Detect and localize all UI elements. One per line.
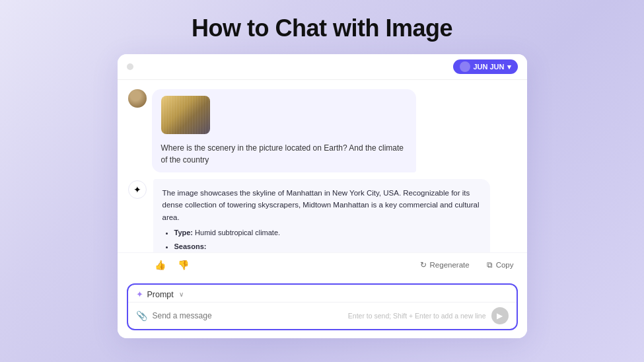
header-control-dot (127, 63, 133, 70)
climate-value: Humid subtropical climate. (195, 229, 280, 236)
regenerate-label: Regenerate (430, 261, 470, 269)
prompt-label: Prompt (147, 290, 174, 299)
climate-label: Type: (174, 229, 194, 236)
thumbs-down-button[interactable]: 👎 (175, 258, 192, 272)
header-right: JUN JUN ▾ (453, 59, 517, 74)
input-top-row: ✦ Prompt ∨ (128, 285, 517, 303)
badge-chevron-icon: ▾ (507, 63, 511, 71)
thumbs-up-icon: 👍 (155, 260, 166, 270)
ai-message-text: The image showcases the skyline of Manha… (162, 187, 481, 252)
user-avatar-image (128, 89, 147, 108)
user-message-text: Where is the scenery in the picture loca… (161, 142, 407, 166)
regenerate-button[interactable]: ↻ Regenerate (416, 258, 474, 272)
feedback-actions: 👍 👎 (152, 258, 192, 272)
user-badge[interactable]: JUN JUN ▾ (453, 59, 517, 74)
ai-avatar: ✦ (128, 180, 147, 199)
ai-message-row: ✦ The image showcases the skyline of Man… (128, 179, 517, 252)
chat-header: JUN JUN ▾ (118, 54, 527, 80)
ai-avatar-icon: ✦ (133, 184, 141, 195)
input-hint: Enter to send; Shift + Enter to add a ne… (348, 312, 486, 320)
copy-label: Copy (496, 261, 514, 269)
ai-climate-type: Type: Humid subtropical climate. (174, 227, 481, 239)
attachment-icon[interactable]: 📎 (136, 310, 147, 321)
user-message-bubble: Where is the scenery in the picture loca… (152, 89, 416, 172)
header-left (127, 63, 133, 70)
prompt-chevron-icon[interactable]: ∨ (179, 291, 184, 298)
message-input[interactable] (153, 311, 343, 320)
user-badge-label: JUN JUN (473, 63, 504, 71)
regenerate-icon: ↻ (420, 260, 427, 270)
send-icon: ▶ (497, 311, 503, 320)
chat-actions: 👍 👎 ↻ Regenerate ⧉ Copy (118, 252, 527, 277)
ai-message-bubble: The image showcases the skyline of Manha… (153, 179, 490, 252)
ai-intro: The image showcases the skyline of Manha… (162, 187, 481, 223)
user-avatar-dot (460, 61, 470, 72)
chat-body: Where is the scenery in the picture loca… (118, 80, 527, 252)
copy-icon: ⧉ (487, 261, 493, 270)
thumbs-up-button[interactable]: 👍 (152, 258, 168, 272)
page-title: How to Chat with Image (192, 15, 452, 42)
user-message-row: Where is the scenery in the picture loca… (128, 89, 517, 172)
attached-image (161, 96, 210, 134)
ai-seasons-header: Seasons: Winter (December to February): … (174, 241, 481, 252)
seasons-label: Seasons: (174, 242, 207, 250)
thumbs-down-icon: 👎 (178, 260, 189, 270)
send-button[interactable]: ▶ (491, 307, 509, 324)
sparkle-icon: ✦ (136, 289, 143, 299)
chat-window: JUN JUN ▾ Where is the scenery in the pi… (118, 54, 527, 338)
copy-button[interactable]: ⧉ Copy (483, 258, 518, 272)
input-wrapper: ✦ Prompt ∨ 📎 Enter to send; Shift + Ente… (127, 283, 518, 330)
user-avatar (128, 89, 147, 108)
message-actions: ↻ Regenerate ⧉ Copy (416, 258, 518, 272)
chat-input-area: ✦ Prompt ∨ 📎 Enter to send; Shift + Ente… (118, 277, 527, 338)
input-bottom-row: 📎 Enter to send; Shift + Enter to add a … (128, 303, 517, 329)
